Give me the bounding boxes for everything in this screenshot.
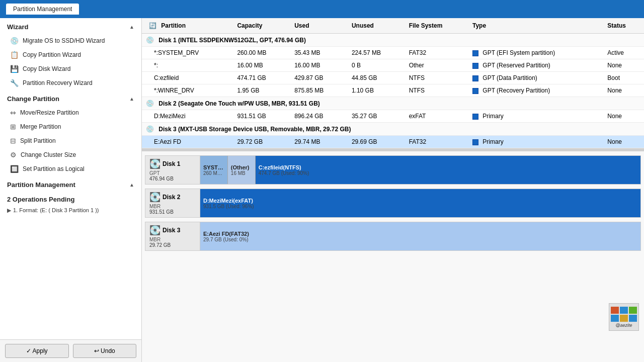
part-name: C:ezfileid — [142, 72, 232, 84]
part-used: 896.24 GB — [289, 110, 347, 123]
part-status: None — [602, 84, 644, 97]
sidebar-item-change-cluster[interactable]: ⚙ Change Cluster Size — [0, 148, 141, 162]
part-used: 875.85 MB — [289, 84, 347, 97]
disk-visual-type: MBR — [149, 237, 196, 242]
part-unused: 35.27 GB — [347, 110, 404, 123]
disk-partitions: D:MeziMezi(exFAT) 931.5 GB (Used: 96%) — [200, 189, 641, 218]
part-status: Boot — [602, 72, 644, 84]
seg-info: 931.5 GB (Used: 96%) — [203, 204, 637, 209]
part-fs: FAT32 — [404, 47, 467, 59]
watermark-grid — [611, 307, 637, 322]
disk-icon: 💿 — [146, 100, 154, 107]
sidebar-item-migrate-os[interactable]: 💿 Migrate OS to SSD/HD Wizard — [0, 34, 141, 48]
partition-row[interactable]: *:WINRE_DRV 1.95 GB 875.85 MB 1.10 GB NT… — [142, 84, 644, 97]
seg-info: 16 MB — [231, 170, 252, 176]
sidebar-item-migrate-os-label: Migrate OS to SSD/HD Wizard — [23, 37, 105, 44]
seg-info: 29.7 GB (Used: 0%) — [203, 237, 637, 242]
sidebar-item-partition-recovery-label: Partition Recovery Wizard — [23, 79, 93, 86]
partition-recovery-icon: 🔧 — [10, 79, 19, 87]
ops-arrow[interactable]: ▶ — [7, 207, 11, 214]
sidebar-item-split[interactable]: ⊟ Split Partition — [0, 134, 141, 148]
seg-label: D:MeziMezi(exFAT) — [203, 198, 637, 204]
part-unused: 224.57 MB — [347, 47, 404, 59]
app-tab[interactable]: Partition Management — [6, 4, 79, 15]
type-icon — [472, 63, 478, 69]
sidebar-item-change-cluster-label: Change Cluster Size — [21, 151, 76, 158]
wizard-chevron[interactable]: ▲ — [129, 24, 134, 30]
seg-label: SYSTEM_DR — [203, 164, 224, 170]
part-name: D:MeziMezi — [142, 110, 232, 123]
watermark-text: @aezite — [615, 323, 632, 328]
move-resize-icon: ⇔ — [10, 109, 16, 117]
copy-partition-icon: 📋 — [10, 51, 19, 59]
change-cluster-icon: ⚙ — [10, 151, 17, 159]
part-used: 29.74 MB — [289, 136, 347, 148]
ops-item-1[interactable]: ▶ 1. Format: (E: ( Disk 3 Partition 1 )) — [7, 205, 134, 216]
wm-cell-5 — [620, 315, 628, 322]
sidebar-item-merge-label: Merge Partition — [20, 123, 61, 130]
disk-visual-type: MBR — [149, 204, 196, 209]
refresh-icon[interactable]: 🔄 — [149, 22, 156, 29]
sidebar-item-copy-partition[interactable]: 📋 Copy Partition Wizard — [0, 48, 141, 62]
disk-partitions: SYSTEM_DR 260 MB (Us... (Other) 16 MB C:… — [200, 155, 641, 185]
disk-name-cell: 💿 Disk 3 (MXT-USB Storage Device USB, Re… — [142, 123, 644, 136]
part-capacity: 260.00 MB — [232, 47, 289, 59]
partition-row[interactable]: E:Aezi FD 29.72 GB 29.74 MB 29.69 GB FAT… — [142, 136, 644, 148]
sidebar-item-partition-recovery[interactable]: 🔧 Partition Recovery Wizard — [0, 76, 141, 90]
partition-segment[interactable]: C:ezfileid(NTFS) 474.7 GB (Used: 90%) — [256, 156, 640, 184]
sidebar-item-move-resize[interactable]: ⇔ Move/Resize Partition — [0, 106, 141, 120]
partition-row[interactable]: C:ezfileid 474.71 GB 429.87 GB 44.85 GB … — [142, 72, 644, 84]
sidebar-item-copy-disk[interactable]: 💾 Copy Disk Wizard — [0, 62, 141, 76]
title-bar: Partition Management — [0, 0, 644, 18]
operations-pending-section: 2 Operations Pending ▶ 1. Format: (E: ( … — [0, 192, 141, 220]
part-fs: NTFS — [404, 72, 467, 84]
partition-row[interactable]: *:SYSTEM_DRV 260.00 MB 35.43 MB 224.57 M… — [142, 47, 644, 59]
part-capacity: 931.51 GB — [232, 110, 289, 123]
partition-row[interactable]: D:MeziMezi 931.51 GB 896.24 GB 35.27 GB … — [142, 110, 644, 123]
part-used: 16.00 MB — [289, 59, 347, 72]
wizard-items: 💿 Migrate OS to SSD/HD Wizard 📋 Copy Par… — [0, 34, 141, 90]
pm-section-header[interactable]: Partition Management ▲ — [0, 176, 141, 192]
part-unused: 29.69 GB — [347, 136, 404, 148]
disk-visual-name: Disk 3 — [163, 227, 180, 234]
wizard-section-header[interactable]: Wizard ▲ — [0, 18, 141, 34]
col-type: Type — [467, 18, 602, 34]
sidebar-item-set-logical-label: Set Partition as Logical — [23, 165, 85, 172]
col-capacity: Capacity — [232, 18, 289, 34]
type-icon — [472, 75, 478, 81]
apply-button[interactable]: ✓ Apply — [5, 344, 69, 358]
pm-chevron[interactable]: ▲ — [129, 182, 134, 188]
disk-visual-label: 💽 Disk 3 MBR 29.72 GB — [145, 222, 200, 251]
part-type: GPT (EFI System partition) — [467, 47, 602, 59]
part-used: 35.43 MB — [289, 47, 347, 59]
disk-visual-label: 💽 Disk 2 MBR 931.51 GB — [145, 189, 200, 218]
sidebar-scroll[interactable]: Wizard ▲ 💿 Migrate OS to SSD/HD Wizard 📋… — [0, 18, 141, 362]
sidebar: Wizard ▲ 💿 Migrate OS to SSD/HD Wizard 📋… — [0, 18, 142, 362]
partition-segment[interactable]: (Other) 16 MB — [228, 156, 256, 184]
part-status: None — [602, 110, 644, 123]
part-name: *:SYSTEM_DRV — [142, 47, 232, 59]
sidebar-item-merge[interactable]: ⊞ Merge Partition — [0, 120, 141, 134]
migrate-os-icon: 💿 — [10, 37, 19, 45]
change-partition-section-header[interactable]: Change Partition ▲ — [0, 90, 141, 106]
disk-row-2: 💿 Disk 2 (Seagate One Touch w/PW USB, MB… — [142, 97, 644, 110]
partition-segment[interactable]: D:MeziMezi(exFAT) 931.5 GB (Used: 96%) — [200, 189, 640, 217]
col-unused: Unused — [347, 18, 404, 34]
partition-row[interactable]: *: 16.00 MB 16.00 MB 0 B Other GPT (Rese… — [142, 59, 644, 72]
partition-segment[interactable]: E:Aezi FD(FAT32) 29.7 GB (Used: 0%) — [200, 222, 640, 250]
partition-segment[interactable]: SYSTEM_DR 260 MB (Us... — [200, 156, 228, 184]
set-logical-icon: 🔲 — [10, 165, 19, 173]
sidebar-item-set-logical[interactable]: 🔲 Set Partition as Logical — [0, 162, 141, 176]
change-partition-label: Change Partition — [7, 95, 59, 103]
part-used: 429.87 GB — [289, 72, 347, 84]
partition-table-area[interactable]: 🔄 Partition Capacity Used Unused File Sy… — [142, 18, 644, 148]
change-partition-chevron[interactable]: ▲ — [129, 96, 134, 102]
part-fs: exFAT — [404, 110, 467, 123]
part-type: Primary — [467, 110, 602, 123]
disk-visual-name: Disk 2 — [163, 194, 180, 201]
disk-row-3: 💿 Disk 3 (MXT-USB Storage Device USB, Re… — [142, 123, 644, 136]
disk-visual-size: 476.94 GB — [149, 176, 196, 182]
undo-button[interactable]: ↩ Undo — [73, 344, 137, 358]
part-fs: FAT32 — [404, 136, 467, 148]
pm-label: Partition Management — [7, 181, 75, 189]
